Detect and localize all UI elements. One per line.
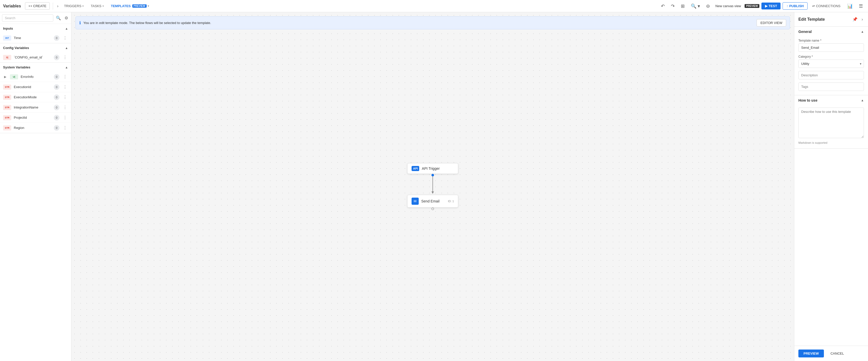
obj-badge-errorinfo: U| [10, 74, 18, 79]
plus-icon: + [28, 4, 30, 8]
general-section-header[interactable]: General ▲ [794, 27, 868, 37]
inputs-section-title: Inputs [3, 27, 13, 30]
close-panel-button[interactable]: › [861, 16, 864, 23]
system-item-errorinfo[interactable]: ▶ U| ErrorInfo 0 ⋮ [0, 72, 71, 82]
system-menu-region[interactable]: ⋮ [62, 125, 68, 131]
template-name-field: Template name * [798, 39, 864, 52]
canvas-info-text: You are in edit template mode. The below… [83, 21, 754, 25]
general-section: General ▲ Template name * Category * [794, 27, 868, 95]
cancel-button[interactable]: CANCEL [827, 350, 848, 357]
connector-line [432, 176, 433, 192]
create-button[interactable]: + + CREATE [25, 2, 50, 10]
config-item[interactable]: S| `CONFIG_email_id` 0 ⋮ [0, 52, 71, 62]
send-email-label: Send Email [421, 199, 440, 203]
tasks-tab[interactable]: TASKS ▾ [88, 3, 106, 9]
general-section-body: Template name * Category * Utility Marke… [794, 37, 868, 95]
general-section-title: General [798, 30, 812, 34]
zoom-button[interactable]: 🔍 ▾ [689, 2, 702, 10]
canvas-label: New canvas view [715, 4, 741, 8]
str-badge-execmode: STR [3, 95, 11, 100]
how-to-use-section-header[interactable]: How to use ▲ [794, 95, 868, 106]
system-menu-executionmode[interactable]: ⋮ [62, 94, 68, 100]
templates-label: TEMPLATES [111, 4, 131, 8]
triggers-tab[interactable]: TRIGGERS ▾ [61, 3, 86, 9]
search-input[interactable] [2, 14, 53, 22]
system-item-projectid[interactable]: STR ProjectId 0 ⋮ [0, 113, 71, 123]
right-panel-actions: 📌 › [851, 16, 864, 23]
system-count-executionid: 0 [54, 84, 59, 90]
system-section-header[interactable]: System Variables ▲ [0, 63, 71, 72]
system-name-integrationname: IntegrationName [14, 106, 51, 109]
test-button[interactable]: ▶ TEST [762, 3, 780, 9]
pin-button[interactable]: 📌 [851, 16, 859, 23]
system-item-executionmode[interactable]: STR ExecutionMode 0 ⋮ [0, 92, 71, 102]
system-menu-integrationname[interactable]: ⋮ [62, 104, 68, 110]
connections-label: CONNECTIONS [816, 4, 840, 8]
tasks-chevron: ▾ [102, 5, 104, 7]
system-menu-projectid[interactable]: ⋮ [62, 115, 68, 120]
how-to-use-textarea[interactable] [798, 108, 864, 138]
system-menu-executionid[interactable]: ⋮ [62, 84, 68, 90]
int-badge: INT [3, 35, 11, 40]
left-sidebar: 🔍 ⚙ Inputs ▲ INT Time 0 ⋮ Config Variabl… [0, 12, 71, 361]
description-input[interactable] [798, 71, 864, 79]
templates-tab[interactable]: TEMPLATES PREVIEW ▾ [108, 3, 152, 9]
triggers-chevron: ▾ [82, 5, 84, 7]
preview-button[interactable]: PREVIEW [798, 350, 824, 357]
canvas-area[interactable]: ℹ You are in edit template mode. The bel… [71, 12, 794, 361]
filter-icon[interactable]: ⚙ [63, 15, 69, 22]
system-menu-errorinfo[interactable]: ⋮ [62, 74, 68, 80]
zoom-out-button[interactable]: ⊖ [704, 2, 712, 10]
connector-start-dot [431, 174, 434, 176]
inputs-item[interactable]: INT Time 0 ⋮ [0, 33, 71, 43]
str-badge-config: S| [3, 55, 11, 60]
config-section-header[interactable]: Config Variables ▲ [0, 44, 71, 52]
how-to-use-section: How to use ▲ Markdown is supported [794, 95, 868, 148]
publish-button[interactable]: ↑ PUBLISH [782, 2, 808, 10]
analytics-button[interactable]: 📊 [845, 2, 855, 10]
errorinfo-expand-button[interactable]: ▶ [3, 75, 7, 79]
collapse-sidebar-button[interactable]: › [56, 3, 59, 9]
system-item-executionid[interactable]: STR ExecutionId 0 ⋮ [0, 82, 71, 92]
api-trigger-node[interactable]: API API Trigger [407, 163, 458, 174]
category-select[interactable]: Utility Marketing Operations IT [798, 59, 864, 68]
system-count-integrationname: 0 [54, 105, 59, 110]
system-item-integrationname[interactable]: STR IntegrationName 0 ⋮ [0, 102, 71, 113]
play-icon: ▶ [765, 4, 768, 8]
undo-button[interactable]: ↶ [659, 2, 667, 10]
str-badge-projectid: STR [3, 115, 11, 120]
publish-icon: ↑ [786, 4, 788, 8]
right-panel-title: Edit Template [798, 17, 825, 22]
category-label: Category * [798, 55, 864, 58]
tags-input[interactable] [798, 82, 864, 91]
config-section-title: Config Variables [3, 46, 29, 50]
redo-button[interactable]: ↷ [669, 2, 677, 10]
template-name-label: Template name * [798, 39, 864, 43]
template-name-input[interactable] [798, 44, 864, 52]
editor-view-button[interactable]: EDITOR VIEW [756, 19, 786, 27]
system-count-region: 0 [54, 125, 59, 131]
search-icon[interactable]: 🔍 [55, 15, 62, 22]
config-count: 0 [54, 55, 59, 60]
system-item-region[interactable]: STR Region 0 ⋮ [0, 123, 71, 133]
send-email-node[interactable]: ✉ Send Email ID: 1 [407, 195, 458, 207]
system-count-projectid: 0 [54, 115, 59, 120]
system-name-region: Region [14, 126, 51, 130]
app-title: Variables [3, 4, 21, 8]
menu-button[interactable]: ☰ [857, 2, 865, 10]
connections-button[interactable]: ⇌ CONNECTIONS [810, 3, 843, 9]
inputs-section: Inputs ▲ INT Time 0 ⋮ [0, 24, 71, 44]
category-field: Category * Utility Marketing Operations … [798, 55, 864, 68]
str-badge-integrationname: STR [3, 105, 11, 110]
system-count-executionmode: 0 [54, 94, 59, 100]
how-to-use-chevron-icon: ▲ [861, 99, 864, 102]
system-name-executionid: ExecutionId [14, 85, 51, 89]
layout-button[interactable]: ⊞ [679, 2, 687, 10]
flow-connector-2 [431, 207, 434, 210]
test-label: TEST [769, 4, 777, 8]
config-menu[interactable]: ⋮ [62, 54, 68, 60]
right-panel-footer: PREVIEW CANCEL [794, 346, 868, 361]
tasks-label: TASKS [91, 4, 101, 8]
inputs-section-header[interactable]: Inputs ▲ [0, 24, 71, 33]
input-menu-time[interactable]: ⋮ [62, 35, 68, 41]
